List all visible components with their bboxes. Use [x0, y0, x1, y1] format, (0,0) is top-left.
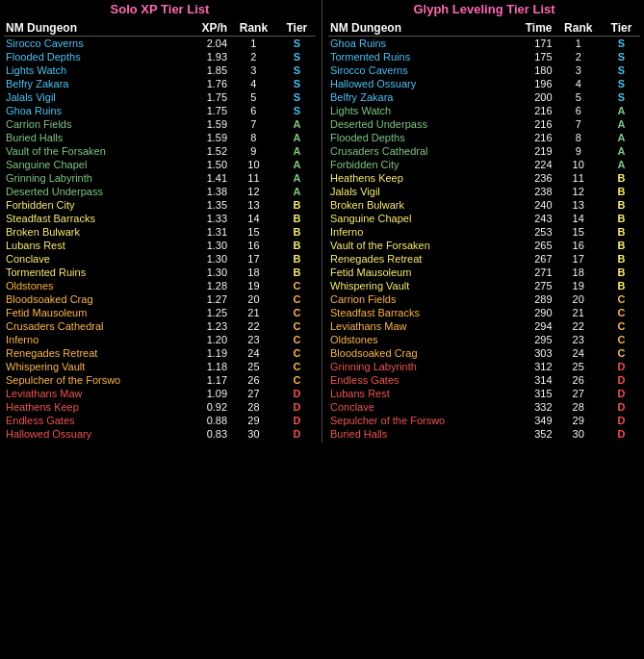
solo-dungeon-name: Jalals Vigil	[4, 90, 184, 104]
glyph-dungeon-name: Oldstones	[328, 333, 507, 346]
solo-tier: D	[278, 427, 316, 441]
glyph-dungeon-name: Ghoa Ruins	[328, 37, 507, 51]
glyph-rank: 4	[554, 77, 603, 90]
glyph-tier: A	[603, 158, 640, 171]
glyph-rank: 17	[554, 252, 603, 266]
solo-row-19: Oldstones 1.28 19 C	[4, 279, 316, 292]
solo-xp: 1.30	[184, 252, 229, 266]
glyph-time: 224	[507, 158, 554, 171]
glyph-tier: D	[603, 373, 640, 387]
solo-tier: C	[278, 306, 316, 319]
glyph-time: 238	[507, 185, 554, 198]
glyph-tier: C	[603, 292, 640, 306]
glyph-rank: 15	[554, 225, 603, 239]
glyph-rank: 7	[554, 117, 603, 131]
solo-rank: 20	[229, 292, 278, 306]
glyph-tier: B	[603, 198, 640, 212]
glyph-rank: 28	[554, 400, 603, 414]
solo-rank: 25	[229, 360, 278, 373]
glyph-dungeon-name: Renegades Retreat	[328, 252, 507, 266]
glyph-time: 303	[507, 346, 554, 360]
glyph-time: 315	[507, 387, 554, 400]
solo-rank: 18	[229, 266, 278, 279]
glyph-rank: 21	[554, 306, 603, 319]
glyph-rank: 29	[554, 414, 603, 427]
solo-tier: S	[278, 50, 316, 63]
glyph-tier: S	[603, 90, 640, 104]
glyph-tier: B	[603, 239, 640, 252]
glyph-rank: 25	[554, 360, 603, 373]
glyph-time: 200	[507, 90, 554, 104]
glyph-tier: C	[603, 319, 640, 333]
glyph-tier: S	[603, 63, 640, 77]
solo-dungeon-name: Carrion Fields	[4, 117, 184, 131]
glyph-panel: Glyph Leveling Tier List NM Dungeon Time…	[324, 0, 644, 443]
glyph-dungeon-name: Lubans Rest	[328, 387, 507, 400]
glyph-tier: D	[603, 387, 640, 400]
solo-tier: B	[278, 198, 316, 212]
solo-dungeon-name: Endless Gates	[4, 414, 184, 427]
solo-row-26: Sepulcher of the Forswo 1.17 26 C	[4, 373, 316, 387]
solo-rank: 2	[229, 50, 278, 63]
glyph-row-3: Sirocco Caverns 180 3 S	[328, 63, 640, 77]
glyph-time: 243	[507, 212, 554, 225]
solo-dungeon-name: Hallowed Ossuary	[4, 427, 184, 441]
solo-row-28: Heathens Keep 0.92 28 D	[4, 400, 316, 414]
solo-tier: C	[278, 346, 316, 360]
glyph-time: 332	[507, 400, 554, 414]
glyph-time: 275	[507, 279, 554, 292]
solo-xp: 1.93	[184, 50, 229, 63]
solo-row-13: Forbidden City 1.35 13 B	[4, 198, 316, 212]
glyph-row-27: Lubans Rest 315 27 D	[328, 387, 640, 400]
glyph-row-6: Lights Watch 216 6 A	[328, 104, 640, 117]
glyph-dungeon-name: Lights Watch	[328, 104, 507, 117]
solo-dungeon-name: Ghoa Ruins	[4, 104, 184, 117]
solo-rank: 9	[229, 144, 278, 158]
solo-tier: C	[278, 360, 316, 373]
glyph-tier: B	[603, 225, 640, 239]
glyph-time: 236	[507, 171, 554, 185]
solo-tier: D	[278, 387, 316, 400]
solo-xp: 1.33	[184, 212, 229, 225]
solo-xp: 0.88	[184, 414, 229, 427]
glyph-row-2: Tormented Ruins 175 2 S	[328, 50, 640, 63]
glyph-tier: S	[603, 37, 640, 51]
solo-row-16: Lubans Rest 1.30 16 B	[4, 239, 316, 252]
solo-row-7: Carrion Fields 1.59 7 A	[4, 117, 316, 131]
solo-tbody: Sirocco Caverns 2.04 1 S Flooded Depths …	[4, 37, 316, 442]
solo-xp: 2.04	[184, 37, 229, 51]
glyph-row-5: Belfry Zakara 200 5 S	[328, 90, 640, 104]
glyph-rank: 22	[554, 319, 603, 333]
solo-tier: C	[278, 292, 316, 306]
glyph-row-26: Endless Gates 314 26 D	[328, 373, 640, 387]
solo-dungeon-name: Bloodsoaked Crag	[4, 292, 184, 306]
solo-dungeon-name: Inferno	[4, 333, 184, 346]
solo-dungeon-name: Conclave	[4, 252, 184, 266]
glyph-rank: 26	[554, 373, 603, 387]
solo-tier: D	[278, 400, 316, 414]
solo-rank: 15	[229, 225, 278, 239]
solo-row-3: Lights Watch 1.85 3 S	[4, 63, 316, 77]
glyph-row-28: Conclave 332 28 D	[328, 400, 640, 414]
solo-tier: B	[278, 239, 316, 252]
solo-rank: 30	[229, 427, 278, 441]
glyph-dungeon-name: Deserted Underpass	[328, 117, 507, 131]
solo-dungeon-name: Lights Watch	[4, 63, 184, 77]
solo-dungeon-name: Deserted Underpass	[4, 185, 184, 198]
glyph-row-8: Flooded Depths 216 8 A	[328, 131, 640, 144]
glyph-tbody: Ghoa Ruins 171 1 S Tormented Ruins 175 2…	[328, 37, 640, 442]
glyph-time: 271	[507, 266, 554, 279]
solo-dungeon-name: Vault of the Forsaken	[4, 144, 184, 158]
glyph-row-30: Buried Halls 352 30 D	[328, 427, 640, 441]
solo-rank: 28	[229, 400, 278, 414]
solo-rank: 3	[229, 63, 278, 77]
glyph-tier: D	[603, 414, 640, 427]
glyph-row-23: Oldstones 295 23 C	[328, 333, 640, 346]
solo-row-11: Grinning Labyrinth 1.41 11 A	[4, 171, 316, 185]
glyph-time: 175	[507, 50, 554, 63]
solo-tier: C	[278, 333, 316, 346]
glyph-row-12: Jalals Vigil 238 12 B	[328, 185, 640, 198]
solo-rank: 26	[229, 373, 278, 387]
glyph-dungeon-name: Crusaders Cathedral	[328, 144, 507, 158]
glyph-rank: 11	[554, 171, 603, 185]
